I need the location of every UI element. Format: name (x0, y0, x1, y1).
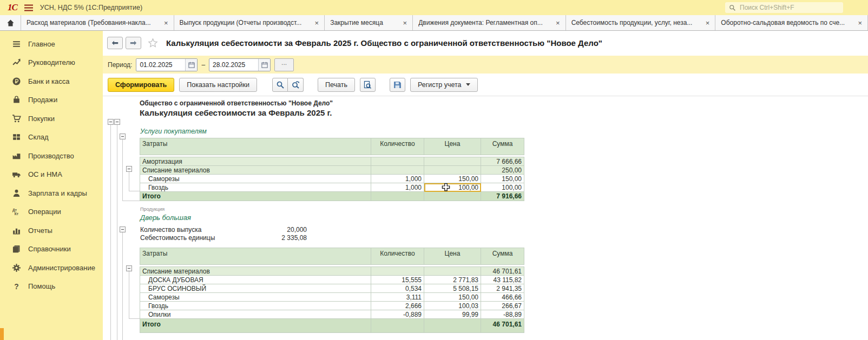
cell-sum[interactable]: 466,66 (481, 293, 524, 302)
column-header[interactable]: Цена (424, 248, 481, 265)
sidebar-item-1[interactable]: Руководителю (0, 54, 103, 72)
tab-1[interactable]: Выпуск продукции (Отчеты производст...× (174, 15, 325, 30)
tab-close-icon[interactable]: × (315, 19, 319, 26)
sidebar-item-0[interactable]: Главное (0, 35, 103, 54)
column-header[interactable]: Сумма (481, 248, 524, 265)
tab-5[interactable]: Оборотно-сальдовая ведомость по сче...× (715, 15, 868, 30)
sidebar-item-2[interactable]: Банк и касса (0, 72, 103, 91)
cell-sum[interactable]: 7 916,66 (481, 192, 524, 201)
cell-price[interactable]: 5 508,15 (424, 284, 481, 293)
cell-price[interactable]: 100,03 (424, 302, 481, 310)
period-from-input[interactable] (136, 61, 185, 69)
tab-close-icon[interactable]: × (403, 19, 407, 26)
cell-qty[interactable]: 1,000 (371, 175, 424, 183)
column-header[interactable]: Количество (371, 138, 424, 155)
cell-name[interactable]: Опилки (140, 310, 371, 319)
sidebar-item-12[interactable]: Администрирование (0, 258, 103, 277)
cell-sum[interactable]: 46 701,61 (481, 319, 524, 333)
cell-price[interactable] (424, 267, 481, 276)
column-header[interactable]: Затраты (140, 138, 371, 155)
cell-name[interactable]: Гвоздь (140, 302, 371, 310)
cell-price[interactable] (424, 319, 481, 333)
collapse-button[interactable] (126, 265, 132, 271)
cell-name[interactable]: ДОСКА ДУБОВАЯ (140, 276, 371, 284)
cell-name[interactable]: Списание материалов (140, 166, 371, 175)
sidebar-scrollbar-thumb[interactable] (0, 328, 4, 340)
cell-qty[interactable]: 3,111 (371, 293, 424, 302)
column-header[interactable]: Затраты (140, 248, 371, 265)
find-button[interactable] (272, 78, 288, 92)
back-button[interactable] (107, 37, 123, 49)
cell-qty[interactable] (371, 267, 424, 276)
cell-name[interactable]: Итого (140, 192, 371, 201)
cell-qty[interactable]: 15,555 (371, 276, 424, 284)
cell-price[interactable]: 99,99 (424, 310, 481, 319)
sidebar-item-8[interactable]: Зарплата и кадры (0, 184, 103, 203)
cell-price[interactable] (424, 166, 481, 175)
calendar-button[interactable] (258, 59, 270, 71)
tab-close-icon[interactable]: × (858, 19, 862, 26)
cell-name[interactable]: Гвоздь (140, 183, 371, 192)
sidebar-item-6[interactable]: Производство (0, 146, 103, 165)
tab-close-icon[interactable]: × (706, 19, 710, 26)
cell-qty[interactable]: 1,000 (371, 183, 424, 192)
tab-0[interactable]: Расход материалов (Требования-накла...× (21, 15, 174, 30)
cell-price[interactable]: 2 771,83 (424, 276, 481, 284)
collapse-button[interactable] (114, 119, 120, 125)
collapse-button[interactable] (120, 226, 126, 232)
cell-qty[interactable] (371, 166, 424, 175)
sidebar-item-7[interactable]: ОС и НМА (0, 165, 103, 184)
cell-qty[interactable]: -0,889 (371, 310, 424, 319)
cell-sum[interactable]: 250,00 (481, 166, 524, 175)
cell-sum[interactable]: 46 701,61 (481, 267, 524, 276)
tab-4[interactable]: Себестоимость продукции, услуг, неза...× (566, 15, 716, 30)
cell-name[interactable]: Амортизация (140, 157, 371, 166)
generate-button[interactable]: Сформировать (108, 78, 174, 92)
global-search[interactable] (725, 2, 843, 13)
show-settings-button[interactable]: Показать настройки (179, 78, 257, 92)
cell-price[interactable] (424, 157, 481, 166)
sidebar-item-3[interactable]: Продажи (0, 91, 103, 110)
period-more-button[interactable]: ... (274, 58, 294, 71)
print-button[interactable]: Печать (318, 78, 355, 92)
period-to-input[interactable] (209, 61, 258, 69)
cell-sum[interactable]: 43 115,82 (481, 276, 524, 284)
cell-name[interactable]: Саморезы (140, 293, 371, 302)
sidebar-item-9[interactable]: ДтКтОперации (0, 203, 103, 222)
cell-price[interactable] (424, 192, 481, 201)
home-tab[interactable] (0, 15, 21, 30)
column-header[interactable]: Количество (371, 248, 424, 265)
collapse-button[interactable] (126, 166, 132, 172)
cell-qty[interactable] (371, 192, 424, 201)
sidebar-item-4[interactable]: Покупки (0, 109, 103, 128)
cell-qty[interactable]: 0,534 (371, 284, 424, 293)
save-button[interactable] (390, 78, 405, 92)
calendar-button[interactable] (185, 59, 197, 71)
forward-button[interactable] (126, 37, 141, 49)
tab-3[interactable]: Движения документа: Регламентная оп...× (413, 15, 565, 30)
tab-2[interactable]: Закрытие месяца× (325, 15, 413, 30)
tab-close-icon[interactable]: × (556, 19, 560, 26)
cell-price[interactable]: 150,00 (424, 175, 481, 183)
sidebar-item-5[interactable]: Склад (0, 128, 103, 147)
sidebar-item-10[interactable]: Отчеты (0, 221, 103, 240)
cell-sum[interactable]: -88,89 (481, 310, 524, 319)
cell-price[interactable]: 100,00 (424, 183, 481, 192)
main-menu-icon[interactable] (24, 4, 34, 11)
search-input[interactable] (739, 3, 839, 12)
cell-name[interactable]: Списание материалов (140, 267, 371, 276)
tab-close-icon[interactable]: × (164, 19, 168, 26)
cell-price[interactable]: 150,00 (424, 293, 481, 302)
collapse-button[interactable] (108, 119, 114, 125)
sidebar-item-13[interactable]: ?Помощь (0, 277, 103, 296)
cell-sum[interactable]: 2 941,35 (481, 284, 524, 293)
cell-qty[interactable]: 2,666 (371, 302, 424, 310)
column-header[interactable]: Сумма (481, 138, 524, 155)
cell-sum[interactable]: 100,00 (481, 183, 524, 192)
column-header[interactable]: Цена (424, 138, 481, 155)
cell-qty[interactable] (371, 319, 424, 333)
cell-qty[interactable] (371, 157, 424, 166)
collapse-button[interactable] (120, 134, 126, 139)
cell-name[interactable]: Итого (140, 319, 371, 333)
sidebar-item-11[interactable]: Справочники (0, 240, 103, 259)
